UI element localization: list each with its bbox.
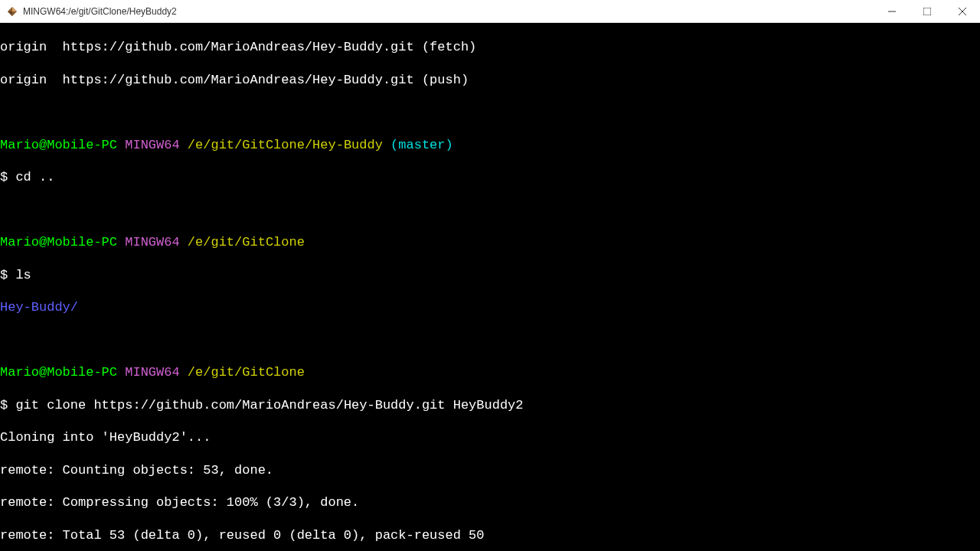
command-text: git clone https://github.com/MarioAndrea… [15, 398, 523, 412]
prompt-line: Mario@Mobile-PC MINGW64 /e/git/GitClone [0, 364, 980, 380]
prompt-symbol: $ [0, 398, 8, 412]
blank-line [0, 332, 980, 348]
minimize-button[interactable] [874, 0, 910, 23]
prompt-user: Mario@Mobile-PC [0, 365, 117, 380]
prompt-path: /e/git/GitClone [188, 365, 305, 380]
svg-rect-4 [923, 8, 931, 15]
command-text: cd .. [15, 170, 54, 184]
prompt-user: Mario@Mobile-PC [0, 138, 117, 152]
output-line: Hey-Buddy/ [0, 299, 980, 315]
prompt-line: Mario@Mobile-PC MINGW64 /e/git/GitClone [0, 234, 980, 250]
titlebar-left: MINGW64:/e/git/GitClone/HeyBuddy2 [6, 5, 177, 18]
command-line: $ ls [0, 267, 980, 283]
blank-line [0, 104, 980, 120]
command-text: ls [15, 268, 31, 282]
command-line: $ cd .. [0, 169, 980, 185]
app-icon [6, 5, 18, 18]
output-line: origin https://github.com/MarioAndreas/H… [0, 39, 980, 55]
prompt-line: Mario@Mobile-PC MINGW64 /e/git/GitClone/… [0, 137, 980, 153]
prompt-path: /e/git/GitClone/Hey-Buddy [188, 138, 383, 152]
terminal[interactable]: origin https://github.com/MarioAndreas/H… [0, 23, 980, 551]
close-button[interactable] [945, 0, 980, 23]
window-title: MINGW64:/e/git/GitClone/HeyBuddy2 [23, 6, 177, 17]
svg-marker-2 [8, 11, 12, 16]
prompt-env: MINGW64 [125, 138, 179, 152]
maximize-button[interactable] [910, 0, 945, 23]
titlebar: MINGW64:/e/git/GitClone/HeyBuddy2 [0, 0, 980, 23]
blank-line [0, 202, 980, 218]
output-line: origin https://github.com/MarioAndreas/H… [0, 72, 980, 88]
prompt-symbol: $ [0, 170, 8, 184]
command-line: $ git clone https://github.com/MarioAndr… [0, 397, 980, 413]
prompt-path: /e/git/GitClone [188, 235, 305, 249]
prompt-user: Mario@Mobile-PC [0, 235, 117, 249]
window-controls [874, 0, 980, 23]
prompt-env: MINGW64 [125, 235, 179, 249]
prompt-env: MINGW64 [125, 365, 179, 380]
output-line: remote: Total 53 (delta 0), reused 0 (de… [0, 527, 980, 543]
output-line: remote: Compressing objects: 100% (3/3),… [0, 494, 980, 510]
output-line: Cloning into 'HeyBuddy2'... [0, 429, 980, 445]
output-line: remote: Counting objects: 53, done. [0, 462, 980, 478]
svg-marker-1 [12, 7, 17, 11]
prompt-branch: (master) [390, 138, 453, 152]
prompt-symbol: $ [0, 268, 8, 282]
